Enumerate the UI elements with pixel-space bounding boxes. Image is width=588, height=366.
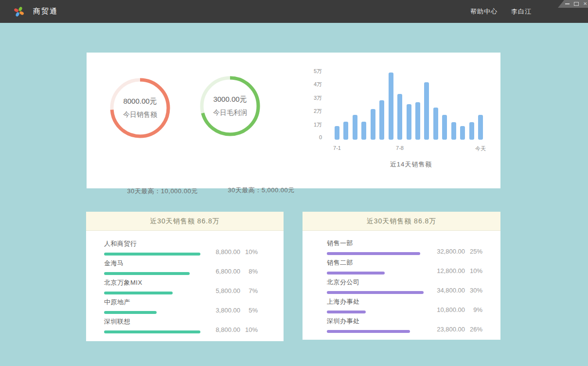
y-tick-1万: 1万 [298,121,322,128]
rank-item-amount: 23,800.00 [430,326,465,333]
pinwheel-logo-icon [13,6,25,18]
y-tick-2万: 2万 [298,108,322,115]
y-tick-4万: 4万 [298,81,322,88]
y-tick-0: 0 [298,134,322,140]
chart-bar-14 [451,122,456,140]
x-tick-today: 今天 [475,145,486,152]
header-menu: 帮助中心 李白江 [470,0,532,23]
customer-rank-list: 人和商贸行8,800.0010%金海马6,800.008%北京万象MIX5,80… [86,231,284,333]
rank-item-name: 深圳联想 [104,317,258,326]
chart-bar-3 [353,115,357,140]
rank-item-amount: 6,800.00 [205,268,240,275]
rank-item-bar [104,330,200,333]
y-tick-3万: 3万 [298,94,322,102]
rank-item-value: 8,800.0010% [205,326,258,333]
x-tick-mid: 7-8 [396,145,404,151]
rank-item-bar [104,292,173,294]
chart-bar-12 [433,108,438,140]
rank-item-value: 23,800.0026% [430,326,482,333]
rank-item-name: 金海马 [104,259,258,268]
chart-bar-9 [407,104,411,140]
rank-item-percent: 30% [465,287,482,294]
rank-item-value: 6,800.008% [205,268,258,275]
rank-item-name: 销售二部 [327,258,482,267]
close-icon[interactable]: ✕ [583,1,587,6]
rank-item-name: 深圳办事处 [327,317,482,326]
list-item: 销售二部12,800.0010% [327,258,482,274]
list-item: 深圳联想8,800.0010% [104,317,258,333]
chart-bar-11 [424,82,429,140]
rank-item-bar [327,252,420,255]
rank-item-value: 32,800.0025% [430,248,482,255]
rank-item-name: 北京万象MIX [104,278,258,287]
app-header: 商贸通 帮助中心 李白江 ✕ [0,0,588,23]
rank-item-percent: 8% [240,268,258,275]
chart-bar-10 [415,102,420,140]
list-item: 中原地产3,800.005% [104,298,258,314]
department-sales-rank-card: 近30天销售额 86.8万 销售一部32,800.0025%销售二部12,800… [303,212,500,340]
rank-item-amount: 12,800.00 [430,267,465,274]
rank-item-bar [104,311,157,314]
rank-item-value: 34,800.0030% [430,287,482,294]
rank-item-amount: 3,800.00 [205,307,240,314]
chart-bar-8 [397,94,402,140]
chart-bar-4 [361,122,366,140]
rank-item-percent: 25% [465,248,482,255]
rank-item-value: 12,800.0010% [430,267,482,274]
bar-plot-area [335,70,483,140]
rank-item-percent: 5% [240,307,258,314]
today-profit-label: 今日毛利润 [213,109,247,117]
rank-item-bar [104,253,200,256]
list-item: 销售一部32,800.0025% [327,239,482,255]
chart-bar-13 [442,115,447,140]
last-14-days-bar-chart: 01万2万3万4万5万 7-1 7-8 今天 近14天销售额 [297,53,500,188]
rank-item-amount: 32,800.00 [430,248,465,255]
list-item: 金海马6,800.008% [104,259,258,275]
rank-item-bar [327,311,366,313]
rank-item-percent: 26% [465,326,482,333]
overview-card: 8000.00元 今日销售额 30天最高：10,000.00元 3000.00元… [87,53,500,188]
chart-bar-16 [469,122,474,140]
rank-item-percent: 10% [240,326,258,333]
rank-item-bar [327,291,424,294]
rank-item-amount: 10,800.00 [430,306,465,313]
today-sales-donut: 8000.00元 今日销售额 30天最高：10,000.00元 [109,77,171,139]
rank-item-amount: 8,800.00 [205,248,240,256]
list-item: 上海办事处10,800.009% [327,297,482,313]
maximize-icon[interactable] [574,2,579,6]
customer-sales-rank-card: 近30天销售额 86.8万 人和商贸行8,800.0010%金海马6,800.0… [86,212,284,341]
rank-item-name: 上海办事处 [327,297,482,306]
rank-item-percent: 10% [240,248,258,256]
chart-bar-2 [343,122,348,140]
y-tick-5万: 5万 [298,68,322,75]
chart-caption: 近14天销售额 [338,160,484,169]
rank-item-name: 人和商贸行 [104,239,258,248]
chart-bar-17 [478,115,483,140]
user-menu[interactable]: 李白江 [511,7,532,16]
window-controls: ✕ [558,0,588,8]
department-rank-list: 销售一部32,800.0025%销售二部12,800.0010%北京分公司34,… [303,231,500,333]
x-tick-first: 7-1 [333,145,341,151]
list-item: 北京万象MIX5,800.007% [104,278,258,294]
rank-item-name: 中原地产 [104,298,258,307]
app-title: 商贸通 [33,7,58,16]
chart-bar-15 [460,126,465,140]
today-sales-value: 8000.00元 [123,97,157,106]
chart-bar-6 [379,100,384,140]
department-rank-title: 近30天销售额 86.8万 [303,212,500,231]
help-center-link[interactable]: 帮助中心 [470,7,498,16]
rank-item-value: 8,800.0010% [205,248,258,256]
rank-item-percent: 7% [240,287,258,294]
rank-item-amount: 5,800.00 [205,287,240,294]
today-profit-value: 3000.00元 [213,95,247,104]
rank-item-percent: 10% [465,267,482,274]
rank-item-bar [327,330,410,333]
minimize-icon[interactable] [565,3,570,4]
list-item: 人和商贸行8,800.0010% [104,239,258,256]
rank-item-percent: 9% [465,306,482,313]
rank-item-amount: 8,800.00 [205,326,240,333]
rank-item-name: 北京分公司 [327,278,482,287]
rank-item-bar [327,272,385,274]
rank-item-name: 销售一部 [327,239,482,248]
today-sales-label: 今日销售额 [123,110,157,119]
